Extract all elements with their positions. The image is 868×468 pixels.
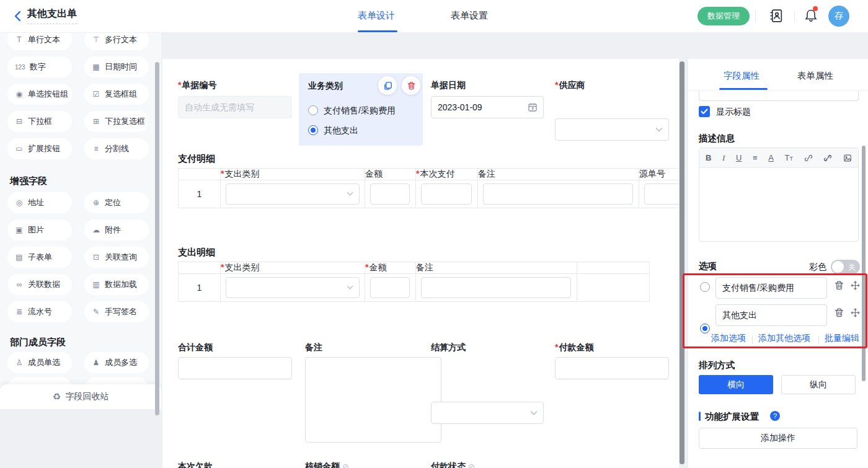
notification-bell-icon[interactable] — [804, 7, 818, 24]
field-item-signature[interactable]: ✎手写签名 — [84, 301, 149, 322]
insert-image-icon[interactable] — [843, 154, 852, 162]
pay-detail-title: 支付明细 — [178, 153, 215, 165]
biz-radio-option1[interactable] — [308, 105, 318, 115]
font-color-icon[interactable]: A — [768, 153, 774, 162]
option1-delete-icon[interactable] — [834, 280, 844, 291]
field-item-multi-dropdown[interactable]: ⊞下拉复选框 — [84, 111, 149, 132]
add-other-option-link[interactable]: 添加其他选项 — [758, 333, 810, 344]
address-book-icon[interactable] — [769, 8, 784, 24]
remark-cell — [478, 180, 639, 208]
remark-input[interactable] — [421, 277, 571, 298]
divider — [794, 11, 795, 22]
subform-icon: ▤ — [15, 253, 24, 262]
settle-method-select[interactable] — [431, 402, 544, 424]
expense-type-select[interactable] — [226, 277, 360, 298]
batch-edit-link[interactable]: 批量编辑 — [825, 333, 859, 344]
option1-input[interactable]: 支付销售/采购费用 — [715, 277, 827, 299]
col-header-empty — [577, 262, 650, 274]
option2-input[interactable]: 其他支出 — [715, 304, 827, 326]
back-icon[interactable] — [12, 10, 24, 22]
arrange-label: 排列方式 — [699, 360, 735, 371]
field-item-attachment[interactable]: ☁附件 — [84, 219, 149, 241]
selected-field-biz-type[interactable]: 业务类别 支付销售/采购费用 其他支出 — [299, 73, 423, 146]
col-header-amount: *金额 — [365, 262, 416, 274]
field-item-dropdown[interactable]: ⊟下拉框 — [7, 111, 72, 132]
panel-scrollbar[interactable] — [862, 146, 866, 381]
field-item-radio-group[interactable]: ◉单选按钮组 — [7, 84, 72, 105]
horizontal-button[interactable]: 横向 — [699, 375, 773, 394]
help-question-icon[interactable]: ? — [770, 411, 780, 421]
bill-no-input[interactable] — [178, 96, 292, 118]
amount-input[interactable] — [370, 277, 410, 298]
amount-input[interactable] — [370, 183, 410, 205]
remark-textarea[interactable] — [305, 357, 441, 443]
editor-toolbar: B I U ≡ A TT — [699, 148, 858, 168]
color-toggle[interactable]: 关 — [831, 260, 860, 274]
divider — [688, 90, 868, 91]
field-item-subform[interactable]: ▤子表单 — [7, 247, 72, 268]
field-item-member-multi[interactable]: ♟成员多选 — [84, 352, 149, 373]
title-input-clipped[interactable] — [699, 91, 859, 101]
field-item-address[interactable]: ◎地址 — [7, 192, 72, 213]
pay-amount-input[interactable] — [555, 357, 669, 379]
radio-icon: ◉ — [15, 90, 24, 99]
tab-field-properties[interactable]: 字段属性 — [724, 70, 760, 82]
this-pay-input[interactable] — [421, 183, 472, 205]
multi-text-icon: ⊤ — [92, 35, 100, 44]
calendar-icon — [528, 102, 538, 112]
data-manage-button[interactable]: 数据管理 — [698, 7, 750, 25]
remove-link-icon[interactable] — [823, 154, 832, 162]
add-option-link[interactable]: 添加选项 — [711, 333, 746, 344]
field-item-checkbox-group[interactable]: ☑复选框组 — [84, 84, 149, 105]
field-item-datetime[interactable]: ▦日期时间 — [84, 56, 149, 77]
align-icon[interactable]: ≡ — [753, 153, 758, 162]
source-no-input[interactable] — [644, 183, 679, 205]
option1-radio[interactable] — [700, 282, 710, 292]
field-item-number[interactable]: 123数字 — [7, 56, 72, 77]
field-item-image[interactable]: ▣图片 — [7, 219, 72, 241]
tab-form-properties[interactable]: 表单属性 — [797, 70, 833, 82]
tab-form-settings[interactable]: 表单设置 — [451, 10, 488, 22]
field-item-member-single[interactable]: ♙成员单选 — [7, 352, 72, 373]
option2-move-icon[interactable] — [850, 307, 861, 318]
italic-icon[interactable]: I — [722, 153, 725, 163]
total-amount-input[interactable] — [178, 357, 292, 379]
field-item-related-query[interactable]: ⊡关联查询 — [84, 247, 149, 268]
expense-type-select[interactable] — [226, 183, 360, 205]
copy-field-button[interactable] — [378, 76, 397, 95]
insert-link-icon[interactable] — [804, 154, 813, 162]
delete-field-button[interactable] — [402, 76, 420, 95]
biz-radio-option2[interactable] — [308, 125, 318, 135]
editor-content[interactable] — [699, 168, 858, 242]
add-action-button[interactable]: 添加操作 — [699, 428, 857, 449]
supplier-select[interactable] — [555, 118, 669, 141]
field-item-related-data[interactable]: ∞关联数据 — [7, 274, 72, 295]
col-header-remark: 备注 — [416, 262, 577, 274]
avatar[interactable]: 存 — [828, 6, 849, 27]
underline-icon[interactable]: U — [736, 153, 742, 162]
extension-settings-label: 功能扩展设置 — [705, 411, 759, 423]
bold-icon[interactable]: B — [706, 153, 711, 162]
show-title-checkbox[interactable] — [699, 106, 710, 117]
option2-delete-icon[interactable] — [834, 307, 844, 318]
field-item-extend-button[interactable]: ▭扩展按钮 — [7, 138, 72, 159]
notification-dot — [813, 6, 818, 11]
field-item-serial-number[interactable]: ≣流水号 — [7, 301, 72, 322]
description-editor[interactable]: B I U ≡ A TT — [699, 148, 859, 242]
vertical-button[interactable]: 纵向 — [781, 375, 856, 394]
sidebar-scrollbar[interactable] — [155, 62, 159, 415]
source-no-cell — [639, 180, 680, 208]
bill-date-input[interactable]: 2023-01-09 — [431, 96, 544, 118]
tab-form-design[interactable]: 表单设计 — [358, 10, 395, 22]
option2-radio[interactable] — [700, 324, 710, 333]
field-item-location[interactable]: ⊕定位 — [84, 192, 149, 213]
field-item-data-load[interactable]: ▥数据加载 — [84, 274, 149, 295]
font-size-icon[interactable]: TT — [785, 153, 793, 162]
canvas-scrollbar[interactable] — [680, 61, 684, 464]
field-item-divider[interactable]: ≡分割线 — [84, 138, 149, 159]
chevron-down-icon — [347, 192, 353, 196]
form-canvas: *单据编号 业务类别 支付销售/采购费用 其他支出 单据日期 2023-01-0… — [162, 59, 679, 468]
option1-move-icon[interactable] — [850, 280, 861, 291]
remark-input[interactable] — [483, 183, 633, 205]
field-recycle-bin[interactable]: ♻ 字段回收站 — [0, 384, 161, 409]
